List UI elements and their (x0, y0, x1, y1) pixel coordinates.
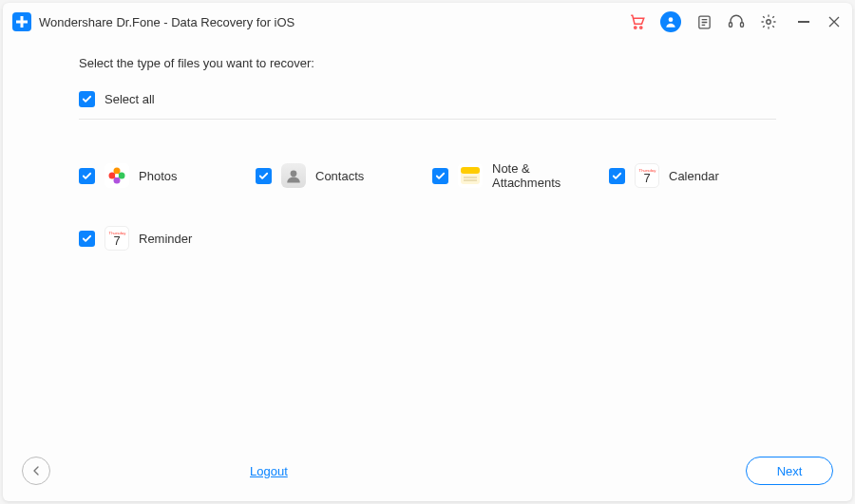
filetype-label: Note & Attachments (492, 161, 599, 190)
svg-point-15 (291, 170, 297, 177)
filetype-label: Contacts (315, 169, 364, 183)
photos-icon (104, 163, 129, 188)
close-button[interactable] (827, 15, 841, 28)
svg-rect-2 (16, 21, 28, 24)
filetype-photos[interactable]: Photos (79, 161, 246, 190)
app-window: Wondershare Dr.Fone - Data Recovery for … (3, 3, 852, 501)
filetype-grid: Photos Contacts (79, 161, 776, 251)
logout-link[interactable]: Logout (250, 464, 288, 478)
app-logo-icon (12, 12, 31, 31)
contacts-icon (281, 163, 306, 188)
filetype-contacts[interactable]: Contacts (256, 161, 423, 190)
reminder-day-label: Thursday (108, 231, 125, 234)
svg-point-9 (767, 20, 771, 25)
reminder-icon: Thursday 7 (104, 226, 129, 251)
settings-icon[interactable] (759, 12, 778, 31)
svg-point-5 (669, 17, 674, 22)
instruction-text: Select the type of files you want to rec… (79, 56, 776, 70)
svg-point-14 (115, 174, 119, 177)
main-content: Select the type of files you want to rec… (3, 41, 852, 446)
svg-point-3 (635, 27, 636, 28)
account-icon[interactable] (660, 11, 681, 32)
support-icon[interactable] (727, 12, 746, 31)
calendar-date-number: 7 (643, 172, 650, 184)
checkbox-calendar[interactable] (609, 168, 625, 184)
select-all-label: Select all (104, 92, 155, 106)
checkbox-contacts[interactable] (256, 168, 272, 184)
checkbox-reminder[interactable] (79, 231, 95, 247)
svg-point-13 (109, 173, 116, 179)
calendar-icon: Thursday 7 (635, 163, 659, 188)
calendar-day-label: Thursday (638, 168, 656, 172)
svg-rect-7 (730, 23, 732, 28)
feedback-icon[interactable] (694, 12, 713, 31)
svg-point-10 (114, 168, 121, 175)
cart-icon[interactable] (628, 12, 647, 31)
back-button[interactable] (22, 457, 50, 485)
svg-rect-8 (741, 23, 744, 28)
svg-rect-17 (461, 167, 480, 174)
checkbox-photos[interactable] (79, 168, 95, 184)
filetype-notes[interactable]: Note & Attachments (432, 161, 599, 190)
filetype-label: Calendar (669, 169, 719, 183)
select-all-checkbox[interactable] (79, 91, 95, 107)
checkbox-notes[interactable] (432, 168, 448, 184)
footer: Logout Next (3, 446, 852, 501)
select-all-row[interactable]: Select all (79, 91, 776, 120)
filetype-calendar[interactable]: Thursday 7 Calendar (609, 161, 776, 190)
notes-icon (458, 163, 483, 188)
titlebar: Wondershare Dr.Fone - Data Recovery for … (3, 3, 852, 41)
minimize-button[interactable] (797, 15, 810, 28)
svg-point-11 (119, 173, 125, 179)
app-title: Wondershare Dr.Fone - Data Recovery for … (39, 15, 294, 29)
reminder-date-number: 7 (113, 234, 120, 247)
filetype-label: Photos (139, 169, 177, 183)
next-button[interactable]: Next (746, 457, 833, 485)
svg-point-4 (640, 27, 642, 28)
filetype-label: Reminder (139, 232, 192, 246)
svg-point-12 (114, 177, 121, 184)
filetype-reminder[interactable]: Thursday 7 Reminder (79, 226, 246, 251)
titlebar-icons (628, 11, 778, 32)
